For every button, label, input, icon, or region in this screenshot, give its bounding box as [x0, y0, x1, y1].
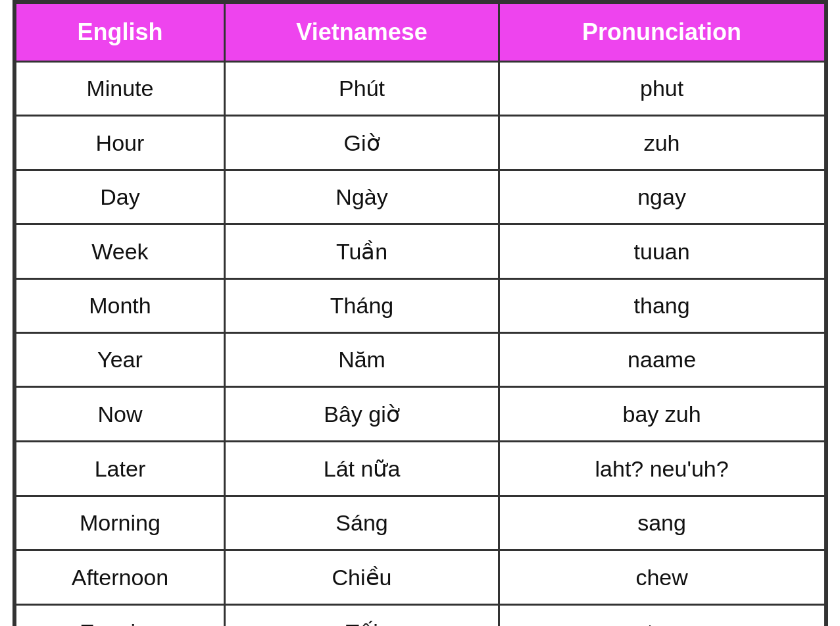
- cell-pronunciation: zuh: [499, 116, 825, 170]
- cell-pronunciation: naame: [499, 333, 825, 387]
- table-row: AfternoonChiềuchew: [15, 550, 825, 605]
- table-row: HourGiờzuh: [15, 116, 825, 170]
- cell-english: Hour: [15, 116, 225, 170]
- cell-pronunciation: phut: [499, 62, 825, 116]
- table-header-row: English Vietnamese Pronunciation: [15, 3, 825, 62]
- cell-vietnamese: Phút: [225, 62, 499, 116]
- table-row: NowBây giờbay zuh: [15, 387, 825, 442]
- cell-english: Day: [15, 170, 225, 224]
- cell-pronunciation: sang: [499, 496, 825, 550]
- cell-vietnamese: Tháng: [225, 279, 499, 333]
- table-row: MonthThángthang: [15, 279, 825, 333]
- table-row: WeekTuầntuuan: [15, 224, 825, 279]
- cell-english: Minute: [15, 62, 225, 116]
- cell-vietnamese: Năm: [225, 333, 499, 387]
- cell-pronunciation: toy: [499, 605, 825, 627]
- cell-english: Later: [15, 442, 225, 496]
- table-row: MorningSángsang: [15, 496, 825, 550]
- table-row: MinutePhútphut: [15, 62, 825, 116]
- cell-english: Now: [15, 387, 225, 442]
- cell-vietnamese: Lát nữa: [225, 442, 499, 496]
- table-row: LaterLát nữalaht? neu'uh?: [15, 442, 825, 496]
- cell-pronunciation: laht? neu'uh?: [499, 442, 825, 496]
- vocabulary-table: English Vietnamese Pronunciation MinuteP…: [12, 0, 828, 626]
- header-vietnamese: Vietnamese: [225, 3, 499, 62]
- table-row: YearNămnaame: [15, 333, 825, 387]
- cell-vietnamese: Ngày: [225, 170, 499, 224]
- cell-vietnamese: Tuần: [225, 224, 499, 279]
- cell-pronunciation: bay zuh: [499, 387, 825, 442]
- cell-english: Morning: [15, 496, 225, 550]
- cell-vietnamese: Sáng: [225, 496, 499, 550]
- cell-vietnamese: Chiều: [225, 550, 499, 605]
- cell-pronunciation: tuuan: [499, 224, 825, 279]
- header-english: English: [15, 3, 225, 62]
- cell-english: Afternoon: [15, 550, 225, 605]
- cell-pronunciation: ngay: [499, 170, 825, 224]
- cell-english: Week: [15, 224, 225, 279]
- cell-english: Evening: [15, 605, 225, 627]
- cell-vietnamese: Giờ: [225, 116, 499, 170]
- table-row: EveningTốitoy: [15, 605, 825, 627]
- cell-vietnamese: Tối: [225, 605, 499, 627]
- cell-pronunciation: thang: [499, 279, 825, 333]
- cell-pronunciation: chew: [499, 550, 825, 605]
- cell-english: Year: [15, 333, 225, 387]
- cell-english: Month: [15, 279, 225, 333]
- cell-vietnamese: Bây giờ: [225, 387, 499, 442]
- table-row: DayNgàyngay: [15, 170, 825, 224]
- header-pronunciation: Pronunciation: [499, 3, 825, 62]
